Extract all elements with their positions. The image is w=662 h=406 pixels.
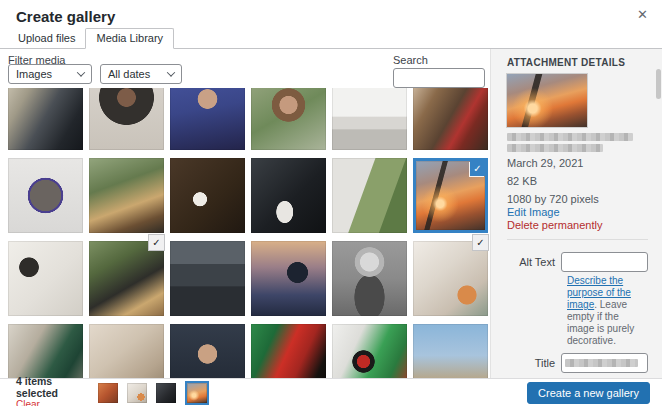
check-icon[interactable]: ✓ <box>473 235 488 250</box>
media-tile-open-office-people[interactable] <box>170 241 245 316</box>
title-row: Title <box>507 353 648 373</box>
clear-selection-link[interactable]: Clear <box>16 399 88 406</box>
title-label: Title <box>507 353 561 373</box>
media-tile-coffee-desk-top-view[interactable] <box>170 158 245 233</box>
search-input[interactable] <box>393 68 485 88</box>
filter-controls: Images All dates <box>8 64 182 84</box>
media-browser: Filter media Images All dates Search ✓✓✓ <box>0 49 490 378</box>
media-grid-viewport[interactable]: ✓✓✓ <box>8 88 490 378</box>
redacted-title-value <box>565 359 638 367</box>
search-label: Search <box>393 54 485 66</box>
selected-thumb-sunset-window[interactable] <box>185 381 209 405</box>
tab-upload-files[interactable]: Upload files <box>8 29 85 48</box>
modal-title: Create gallery <box>16 8 115 25</box>
media-tile-man-glasses-dark-portrait[interactable] <box>170 324 245 378</box>
media-tile-apple-watch-red-green-band[interactable] <box>332 324 407 378</box>
redacted-filename-line <box>507 144 603 152</box>
edit-image-link[interactable]: Edit Image <box>507 206 648 219</box>
check-icon[interactable]: ✓ <box>149 235 164 250</box>
alt-text-input[interactable] <box>561 252 648 272</box>
media-tile-woman-afro-portrait[interactable] <box>89 88 164 150</box>
chevron-down-icon <box>77 68 85 76</box>
date-filter-value: All dates <box>108 68 150 80</box>
selected-count-text: 4 items selected <box>16 375 88 399</box>
modal-footer: 4 items selected Clear Create a new gall… <box>0 378 662 406</box>
alt-text-help: Describe the purpose of the image. Leave… <box>567 275 648 347</box>
tab-media-library[interactable]: Media Library <box>85 28 174 49</box>
media-tile-watch-band-red-green-closeup[interactable] <box>251 324 326 378</box>
check-icon[interactable]: ✓ <box>470 161 485 176</box>
media-grid: ✓✓✓ <box>8 88 490 378</box>
media-tile-palm-plant-white-wall[interactable] <box>332 158 407 233</box>
modal-content: Filter media Images All dates Search ✓✓✓ <box>0 49 662 378</box>
title-input[interactable] <box>561 353 648 373</box>
attachment-preview-thumbnail <box>507 74 587 127</box>
attachment-details-panel: ATTACHMENT DETAILS March 29, 2021 82 KB … <box>490 49 662 378</box>
media-tile-dark-desk-white-chair[interactable] <box>251 158 326 233</box>
selected-thumb-harbor-orange-scene[interactable] <box>98 383 118 403</box>
chevron-down-icon <box>167 68 175 76</box>
alt-text-row: Alt Text <box>507 252 648 272</box>
media-tile-cathedral-blue-sky[interactable] <box>413 324 488 378</box>
media-tile-woman-couch-dog[interactable] <box>89 324 164 378</box>
create-gallery-modal: Create gallery ✕ Upload files Media Libr… <box>0 0 662 406</box>
media-tile-desk-laptop-window-plants[interactable] <box>89 158 164 233</box>
media-tile-man-laptop-dusk-rooftop[interactable] <box>251 241 326 316</box>
media-tile-desk-two-laptops-plants[interactable]: ✓ <box>89 241 164 316</box>
attachment-date: March 29, 2021 <box>507 157 648 170</box>
media-tile-white-room-stools[interactable] <box>332 88 407 150</box>
search-area: Search <box>393 54 485 88</box>
media-tile-man-suit-red-tie[interactable] <box>170 88 245 150</box>
media-tile-get-shit-done-poster[interactable] <box>8 241 83 316</box>
sidebar-scrollbar-thumb[interactable] <box>656 69 661 99</box>
media-tile-bald-bearded-man-bw[interactable] <box>332 241 407 316</box>
media-tile-woman-tablet-cat-top-view[interactable]: ✓ <box>413 241 488 316</box>
selected-thumb-woman-tablet-cat[interactable] <box>127 383 147 403</box>
redacted-filename-line <box>507 133 633 141</box>
media-tile-woman-curly-hair[interactable] <box>251 88 326 150</box>
attachment-dimensions: 1080 by 720 pixels <box>507 193 648 206</box>
media-tile-bearded-man-avatar-badge[interactable] <box>8 158 83 233</box>
attachment-fields-form: Alt Text Describe the purpose of the ima… <box>507 239 648 378</box>
create-gallery-button[interactable]: Create a new gallery <box>527 382 650 404</box>
close-icon[interactable]: ✕ <box>637 7 648 23</box>
media-tile-woman-green-sweater-laptop[interactable] <box>8 324 83 378</box>
attachment-details-heading: ATTACHMENT DETAILS <box>507 57 648 68</box>
alt-text-label: Alt Text <box>507 252 561 272</box>
modal-header: Create gallery ✕ <box>0 0 662 30</box>
selection-info: 4 items selected Clear <box>16 375 88 406</box>
media-type-value: Images <box>16 68 52 80</box>
date-filter-select[interactable]: All dates <box>100 64 182 84</box>
media-tile-office-desk-workers[interactable] <box>8 88 83 150</box>
attachment-file-size: 82 KB <box>507 175 648 188</box>
media-tile-person-writing-desk[interactable] <box>413 88 488 150</box>
media-tabs: Upload files Media Library <box>0 30 662 49</box>
selected-thumb-dark-desk[interactable] <box>156 383 176 403</box>
selected-thumbnails <box>98 381 209 405</box>
delete-permanently-link[interactable]: Delete permanently <box>507 219 648 232</box>
media-tile-sunset-window-silhouette[interactable]: ✓ <box>413 158 488 233</box>
media-type-select[interactable]: Images <box>8 64 92 84</box>
